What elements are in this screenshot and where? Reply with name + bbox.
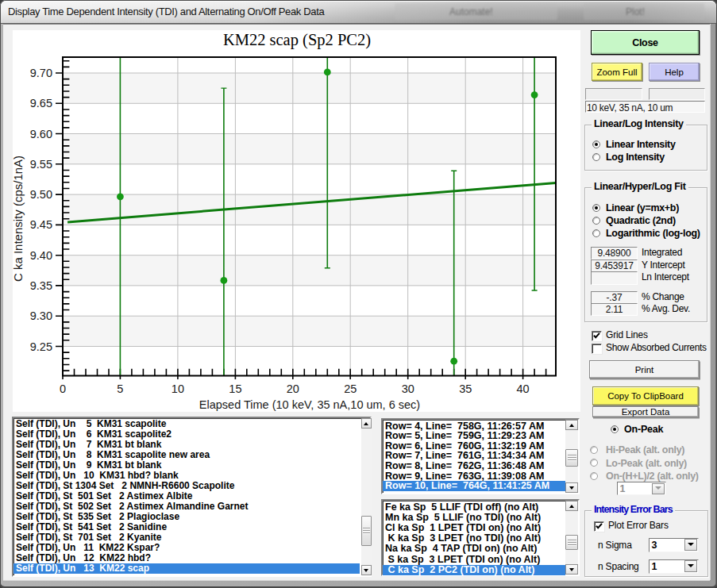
svg-text:10: 10: [172, 382, 184, 395]
svg-text:9.65: 9.65: [30, 97, 52, 110]
svg-text:9.70: 9.70: [30, 67, 52, 79]
svg-text:9.30: 9.30: [30, 309, 52, 322]
svg-text:9.35: 9.35: [30, 279, 52, 292]
svg-text:Elapsed Time (10 keV, 35 nA,10: Elapsed Time (10 keV, 35 nA,10 um, 6 sec…: [199, 398, 420, 411]
svg-text:9.25: 9.25: [30, 340, 52, 353]
svg-text:9.45: 9.45: [30, 218, 52, 231]
svg-text:5: 5: [117, 382, 123, 395]
svg-text:25: 25: [344, 382, 357, 395]
svg-text:9.50: 9.50: [30, 188, 52, 201]
svg-text:30: 30: [402, 382, 414, 395]
svg-text:40: 40: [517, 382, 530, 395]
svg-text:20: 20: [287, 382, 299, 395]
svg-text:0: 0: [60, 382, 66, 395]
svg-text:15: 15: [229, 382, 241, 395]
svg-text:9.60: 9.60: [30, 128, 52, 140]
svg-text:KM22 scap (Sp2 PC2): KM22 scap (Sp2 PC2): [223, 31, 371, 49]
svg-text:9.55: 9.55: [30, 158, 52, 171]
svg-text:C ka Intensity (cps/1nA): C ka Intensity (cps/1nA): [13, 156, 25, 282]
svg-text:9.40: 9.40: [30, 249, 52, 262]
svg-text:35: 35: [459, 382, 472, 395]
